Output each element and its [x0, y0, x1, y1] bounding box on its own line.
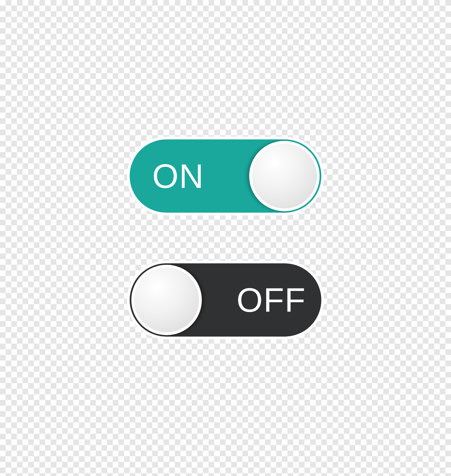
toggle-knob-icon	[249, 141, 320, 211]
toggle-switch-on[interactable]: ON	[127, 137, 324, 215]
toggle-switch-off[interactable]: OFF	[127, 261, 324, 339]
toggle-on-label: ON	[152, 157, 204, 195]
toggle-knob-icon	[131, 265, 202, 335]
toggle-off-label: OFF	[236, 281, 306, 319]
